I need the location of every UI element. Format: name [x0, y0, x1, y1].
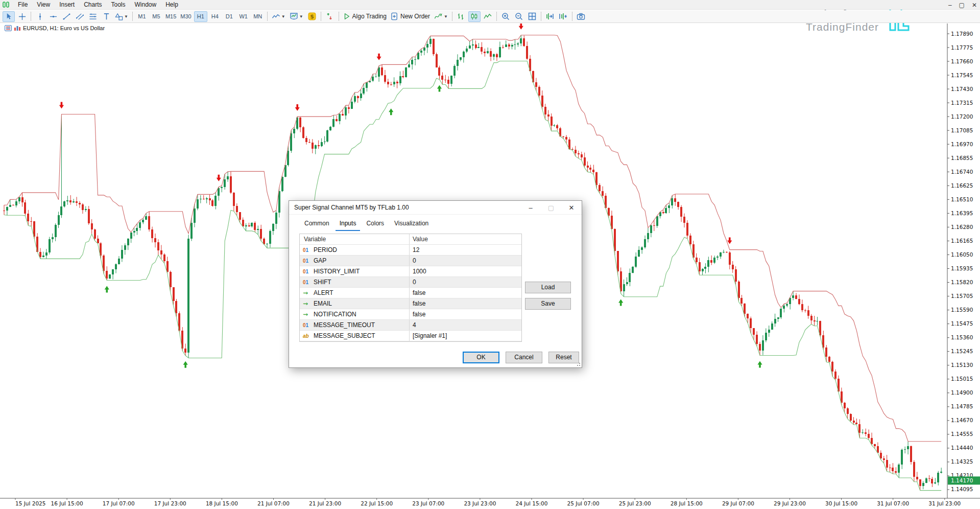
variable-value[interactable]: 12	[410, 246, 521, 253]
text-label-icon[interactable]	[100, 11, 112, 22]
new-order-button[interactable]: New Order	[389, 11, 432, 22]
dialog-close-button[interactable]: ✕	[561, 204, 582, 212]
variable-name: HISTORY_LIMIT	[314, 268, 360, 275]
tab-visualization[interactable]: Visualization	[390, 218, 433, 231]
table-row[interactable]: abMESSAGE_SUBJECT [Signaler #1]	[300, 331, 521, 341]
candle	[535, 82, 537, 87]
symbol-label-text: EURUSD, H1: Euro vs US Dollar	[23, 25, 105, 31]
chart-type-dropdown-icon[interactable]: ▼	[281, 14, 285, 19]
menu-tools[interactable]: Tools	[107, 1, 130, 9]
shift-end-icon[interactable]	[544, 11, 556, 22]
algo-trading-button[interactable]: Algo Trading	[342, 11, 388, 22]
variable-value[interactable]: 4	[410, 321, 521, 329]
menu-help[interactable]: Help	[161, 1, 183, 9]
tf-m1-button[interactable]: M1	[135, 11, 149, 22]
menu-file[interactable]: File	[13, 1, 32, 9]
objects-list-icon[interactable]: ▼	[433, 11, 449, 22]
window-minimize-button[interactable]: –	[948, 2, 952, 9]
variable-value[interactable]: [Signaler #1]	[410, 332, 521, 339]
table-row[interactable]: 01HISTORY_LIMIT 1000	[300, 266, 521, 277]
objects-list-dropdown-icon[interactable]: ▼	[444, 14, 448, 19]
market-depth-icon[interactable]	[324, 11, 336, 22]
tab-colors[interactable]: Colors	[362, 218, 388, 231]
dialog-titlebar[interactable]: Super Signal Channel MT5 by TFLab 1.00 –…	[289, 201, 582, 215]
chart-type-icon[interactable]: ▼	[270, 11, 287, 22]
menu-charts[interactable]: Charts	[79, 1, 106, 9]
tab-inputs[interactable]: Inputs	[336, 218, 361, 231]
variable-value[interactable]: false	[410, 311, 521, 318]
tf-m5-button[interactable]: M5	[150, 11, 163, 22]
window-close-button[interactable]: ✕	[972, 2, 977, 9]
tf-m15-button[interactable]: M15	[164, 11, 178, 22]
candle	[656, 216, 658, 226]
tf-m30-button[interactable]: M30	[179, 11, 193, 22]
tf-w1-button[interactable]: W1	[237, 11, 250, 22]
tf-h1-button[interactable]: H1	[194, 11, 207, 22]
chart-area[interactable]: 1.178901.177751.176601.175451.174301.173…	[0, 24, 980, 509]
trendline-icon[interactable]	[60, 11, 73, 22]
window-restore-button[interactable]: ▢	[959, 2, 965, 9]
dialog-minimize-button[interactable]: –	[520, 204, 541, 212]
candle	[287, 151, 289, 165]
ok-button[interactable]: OK	[463, 352, 499, 363]
candle	[372, 77, 374, 81]
candle	[759, 344, 761, 351]
auto-scroll-icon[interactable]	[557, 11, 569, 22]
variable-value[interactable]: false	[410, 300, 521, 307]
bars-mode-icon[interactable]	[455, 11, 467, 22]
load-button[interactable]: Load	[525, 282, 571, 293]
save-button[interactable]: Save	[525, 298, 571, 310]
tf-mn-button[interactable]: MN	[251, 11, 265, 22]
fibonacci-icon[interactable]	[87, 11, 99, 22]
variable-name: NOTIFICATION	[314, 311, 356, 318]
inputs-table: Variable Value01PERIOD 1201GAP 001HISTOR…	[299, 234, 522, 342]
cancel-button[interactable]: Cancel	[506, 352, 542, 363]
table-row[interactable]: ⇝EMAIL false	[300, 298, 521, 309]
line-mode-icon[interactable]	[482, 11, 494, 22]
crosshair-icon[interactable]	[16, 11, 28, 22]
variable-value[interactable]: false	[410, 289, 521, 296]
reset-button[interactable]: Reset	[548, 352, 579, 363]
menu-view[interactable]: View	[32, 1, 55, 9]
candle	[324, 142, 326, 142]
shapes-dropdown-icon[interactable]: ▼	[124, 14, 128, 19]
vertical-line-icon[interactable]	[34, 11, 46, 22]
screenshot-icon[interactable]	[575, 11, 587, 22]
tab-common[interactable]: Common	[300, 218, 333, 231]
tf-h4-button[interactable]: H4	[208, 11, 222, 22]
candle	[384, 75, 386, 82]
zoom-in-icon[interactable]	[499, 11, 512, 22]
symbols-icon[interactable]: $	[306, 11, 318, 22]
indicators-icon[interactable]: ▼	[288, 11, 305, 22]
candle	[299, 118, 301, 127]
candles-mode-icon[interactable]	[468, 11, 481, 22]
tf-d1-button[interactable]: D1	[223, 11, 236, 22]
table-row[interactable]: 01SHIFT 0	[300, 277, 521, 288]
variable-value[interactable]: 0	[410, 257, 521, 264]
candle	[892, 468, 894, 471]
zoom-out-icon[interactable]	[513, 11, 525, 22]
table-row[interactable]: ⇝NOTIFICATION false	[300, 309, 521, 320]
table-row[interactable]: ⇝ALERT false	[300, 288, 521, 298]
menu-window[interactable]: Window	[130, 1, 161, 9]
buy-signal-arrow-icon	[389, 108, 393, 115]
boolean-type-icon: ⇝	[303, 300, 311, 307]
candle	[329, 127, 331, 131]
candle	[60, 206, 62, 215]
cursor-icon[interactable]	[3, 11, 15, 22]
candle	[810, 316, 812, 320]
dialog-resize-grip[interactable]	[576, 361, 581, 366]
table-row[interactable]: 01GAP 0	[300, 256, 521, 266]
horizontal-line-icon[interactable]	[47, 11, 59, 22]
equidistant-channel-icon[interactable]	[74, 11, 86, 22]
variable-value[interactable]: 0	[410, 279, 521, 286]
indicators-dropdown-icon[interactable]: ▼	[299, 14, 303, 19]
menu-insert[interactable]: Insert	[55, 1, 79, 9]
table-row[interactable]: 01MESSAGE_TIMEOUT 4	[300, 320, 521, 331]
table-row[interactable]: 01PERIOD 12	[300, 245, 521, 256]
variable-value[interactable]: 1000	[410, 268, 521, 275]
candle	[689, 236, 691, 244]
tile-windows-icon[interactable]	[526, 11, 538, 22]
shapes-icon[interactable]: ▼	[113, 11, 130, 22]
candle	[360, 94, 362, 98]
